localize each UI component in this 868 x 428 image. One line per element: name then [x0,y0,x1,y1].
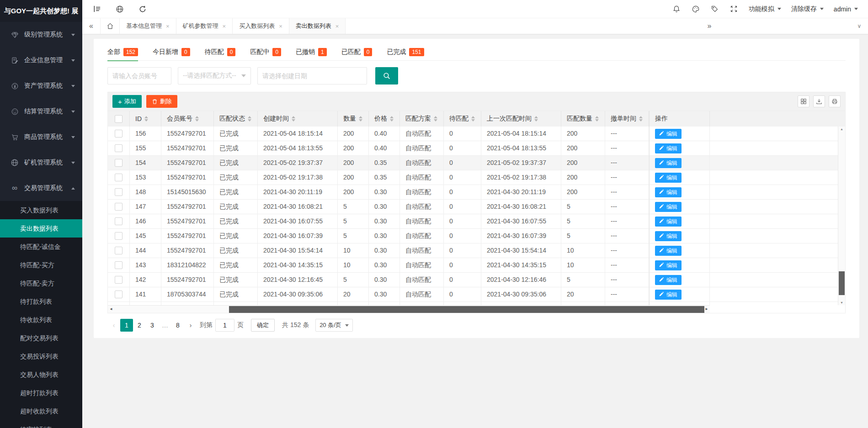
page-button[interactable]: 1 [120,319,133,332]
status-filter-tab[interactable]: 已完成151 [387,43,424,61]
edit-button[interactable]: 编辑 [655,173,682,183]
member-account-input[interactable] [107,67,171,85]
clear-cache-menu[interactable]: 清除缓存 [791,5,824,13]
function-simulate-menu[interactable]: 功能模拟 [749,5,781,13]
globe-icon[interactable] [115,5,124,14]
edit-button[interactable]: 编辑 [655,246,682,256]
sidebar-menu-item[interactable]: ∞交易管理系统 [0,175,82,201]
sort-icon[interactable] [248,116,251,122]
edit-button[interactable]: 编辑 [655,129,682,139]
sidebar-submenu-item[interactable]: 配对交易列表 [0,329,82,347]
prev-page-button[interactable]: ‹ [107,319,120,332]
sort-icon[interactable] [195,116,199,122]
horizontal-scrollbar[interactable]: ◄ ► [108,305,710,313]
row-checkbox[interactable] [115,232,122,240]
create-date-input[interactable] [257,67,367,85]
sort-icon[interactable] [144,116,148,122]
sidebar-submenu-item[interactable]: 卖出数据列表 [0,219,82,238]
scroll-right-arrow-icon[interactable]: ► [705,307,708,311]
sort-icon[interactable] [595,116,599,122]
row-checkbox[interactable] [115,174,122,181]
bell-icon[interactable] [672,5,681,14]
status-filter-tab[interactable]: 已匹配0 [341,43,373,61]
nav-tab[interactable]: 矿机参数管理× [176,18,233,34]
scroll-down-arrow-icon[interactable]: ▼ [840,301,843,304]
status-filter-tab[interactable]: 今日新增0 [153,43,190,61]
tab-actions-dropdown[interactable]: ∨ [853,18,865,34]
row-checkbox[interactable] [115,217,122,225]
next-page-button[interactable]: › [184,319,197,332]
edit-button[interactable]: 编辑 [655,143,682,153]
row-checkbox[interactable] [115,144,122,152]
row-checkbox[interactable] [115,247,122,254]
row-checkbox[interactable] [115,291,122,298]
scroll-tabs-right-button[interactable]: » [701,18,718,34]
add-button[interactable]: + 添加 [112,95,142,108]
status-filter-tab[interactable]: 待匹配0 [205,43,236,61]
row-checkbox[interactable] [115,159,122,167]
jump-confirm-button[interactable]: 确定 [251,319,275,332]
close-icon[interactable]: × [335,23,339,30]
status-filter-tab[interactable]: 匹配中0 [250,43,281,61]
edit-button[interactable]: 编辑 [655,275,682,285]
delete-button[interactable]: 删除 [146,95,177,108]
vertical-scrollbar-thumb[interactable] [839,271,845,295]
sort-icon[interactable] [534,116,538,122]
sort-icon[interactable] [434,116,437,122]
sort-icon[interactable] [471,116,475,122]
sidebar-menu-item[interactable]: 商品管理系统 [0,124,82,150]
print-tool-button[interactable] [829,95,841,107]
sidebar-submenu-item[interactable]: 待匹配-诚信金 [0,238,82,256]
sidebar-submenu-item[interactable]: 超时收款列表 [0,402,82,420]
sort-icon[interactable] [390,116,394,122]
scroll-up-arrow-icon[interactable]: ▲ [840,127,843,131]
row-checkbox[interactable] [115,130,122,137]
admin-user-menu[interactable]: admin [834,5,858,13]
close-icon[interactable]: × [223,23,226,30]
close-icon[interactable]: × [279,23,282,30]
home-tab[interactable] [101,18,120,34]
edit-button[interactable]: 编辑 [655,158,682,168]
sidebar-submenu-item[interactable]: 待匹配-卖方 [0,274,82,292]
sort-icon[interactable] [639,116,643,122]
sidebar-menu-item[interactable]: 企业信息管理 [0,48,82,73]
close-icon[interactable]: × [166,23,170,30]
fullscreen-icon[interactable] [730,5,739,14]
edit-button[interactable]: 编辑 [655,202,682,212]
row-checkbox[interactable] [115,203,122,211]
edit-button[interactable]: 编辑 [655,290,682,300]
select-all-checkbox[interactable] [115,115,122,123]
sidebar-submenu-item[interactable]: 交易投诉列表 [0,347,82,365]
sidebar-submenu-item[interactable]: 超时打款列表 [0,384,82,402]
tag-icon[interactable] [710,5,719,14]
refresh-icon[interactable] [138,5,147,14]
row-checkbox[interactable] [115,188,122,196]
sidebar-submenu-item[interactable]: 待审核列表 [0,420,82,428]
vertical-scrollbar[interactable]: ▲ ▼ [838,127,845,305]
row-checkbox[interactable] [115,261,122,269]
scroll-left-arrow-icon[interactable]: ◄ [109,307,113,311]
page-size-select[interactable]: 20 条/页 [315,319,353,332]
match-mode-select[interactable]: --请选择匹配方式-- [178,67,251,85]
sidebar-submenu-item[interactable]: 待匹配-买方 [0,256,82,274]
sidebar-submenu-item[interactable]: 买入数据列表 [0,201,82,219]
edit-button[interactable]: 编辑 [655,217,682,227]
nav-tab[interactable]: 卖出数据列表× [289,18,346,34]
sidebar-menu-item[interactable]: 资产管理系统 [0,73,82,99]
edit-button[interactable]: 编辑 [655,260,682,270]
status-filter-tab[interactable]: 已撤销1 [296,43,327,61]
sidebar-submenu-item[interactable]: 待打款列表 [0,292,82,311]
sidebar-submenu-item[interactable]: 交易人物列表 [0,365,82,384]
page-button[interactable]: 8 [171,319,184,332]
row-checkbox[interactable] [115,276,122,284]
nav-tab[interactable]: 基本信息管理× [120,18,176,34]
grid-tool-button[interactable] [798,95,809,107]
sort-icon[interactable] [292,116,295,122]
palette-icon[interactable] [691,5,700,14]
sidebar-menu-item[interactable]: 级别管理系统 [0,22,82,48]
horizontal-scrollbar-thumb[interactable] [229,306,704,313]
sort-icon[interactable] [359,116,362,122]
jump-page-input[interactable] [215,319,234,332]
collapse-menu-icon[interactable] [92,5,101,14]
sidebar-menu-item[interactable]: 结算管理系统 [0,99,82,124]
